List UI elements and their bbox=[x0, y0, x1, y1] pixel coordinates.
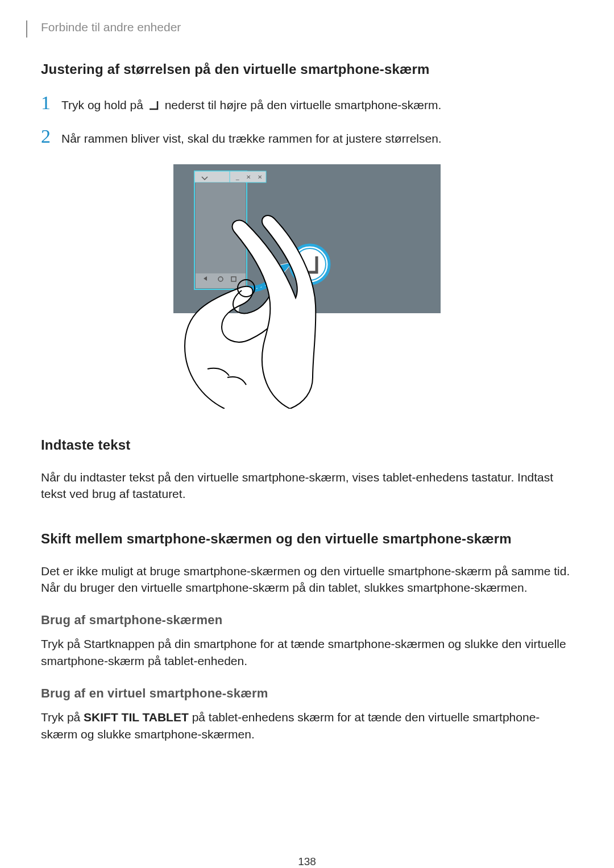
steps-list: 1 Tryk og hold på nederst til højre på d… bbox=[41, 93, 573, 147]
heading-switch: Skift mellem smartphone-skærmen og den v… bbox=[41, 531, 573, 547]
page-side-rule bbox=[26, 20, 27, 38]
step1-pre: Tryk og hold på bbox=[61, 98, 147, 111]
svg-text:_: _ bbox=[235, 174, 239, 180]
step1-post: nederst til højre på den virtuelle smart… bbox=[165, 98, 442, 111]
step-number: 2 bbox=[41, 127, 61, 146]
page-number: 138 bbox=[0, 855, 614, 868]
svg-text:✕: ✕ bbox=[258, 174, 262, 180]
para-switch: Det er ikke muligt at bruge smartphone-s… bbox=[41, 563, 573, 596]
resize-handle-icon bbox=[148, 100, 160, 110]
step-number: 1 bbox=[41, 93, 61, 113]
svg-text:✕: ✕ bbox=[246, 174, 251, 180]
step-text: Når rammen bliver vist, skal du trække r… bbox=[61, 130, 442, 147]
sub2-pre: Tryk på bbox=[41, 711, 84, 724]
step-text: Tryk og hold på nederst til højre på den… bbox=[61, 97, 441, 113]
heading-type-text: Indtaste tekst bbox=[41, 437, 573, 453]
heading-resize: Justering af størrelsen på den virtuelle… bbox=[41, 61, 573, 77]
step-2: 2 Når rammen bliver vist, skal du trække… bbox=[41, 127, 573, 147]
subheading-use-smartphone: Brug af smartphone-skærmen bbox=[41, 613, 573, 628]
sub2-bold: SKIFT TIL TABLET bbox=[84, 711, 189, 724]
pinch-zoom-illustration: _ ✕ ✕ bbox=[41, 164, 573, 409]
para-type-text: Når du indtaster tekst på den virtuelle … bbox=[41, 469, 573, 502]
step-1: 1 Tryk og hold på nederst til højre på d… bbox=[41, 93, 573, 113]
subheading-use-virtual: Brug af en virtuel smartphone-skærm bbox=[41, 686, 573, 701]
breadcrumb: Forbinde til andre enheder bbox=[41, 20, 573, 34]
para-use-smartphone: Tryk på Startknappen på din smartphone f… bbox=[41, 636, 573, 669]
para-use-virtual: Tryk på SKIFT TIL TABLET på tablet-enhed… bbox=[41, 709, 573, 742]
